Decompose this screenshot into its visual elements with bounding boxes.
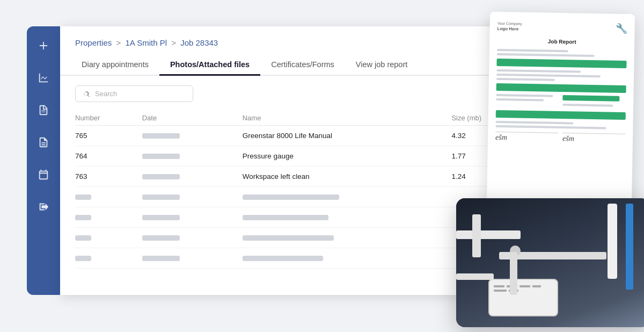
- document-icon[interactable]: [34, 133, 53, 152]
- add-button[interactable]: [34, 36, 53, 55]
- report-green-bar-3: [496, 110, 626, 120]
- pipe-5: [510, 252, 517, 295]
- report-section-3: [496, 94, 626, 109]
- company-logo-area: Your Company Logo Here: [497, 20, 522, 32]
- signature-1: ešm: [495, 132, 558, 143]
- pipe-blue: [626, 204, 633, 290]
- breadcrumb-sep2: >: [171, 38, 176, 47]
- pipe-1: [456, 230, 521, 239]
- report-green-bar-2: [496, 83, 626, 93]
- calendar-icon[interactable]: [34, 165, 53, 184]
- cell-number: 763: [75, 167, 142, 187]
- cell-number: 764: [75, 146, 142, 167]
- tab-photos[interactable]: Photos/Attached files: [159, 55, 260, 76]
- job-report-card: Your Company Logo Here 🔧 Job Report: [487, 12, 635, 208]
- cell-number: 765: [75, 126, 142, 146]
- signature-area: ešm ešm: [495, 132, 625, 144]
- col-header-name: Name: [243, 111, 452, 126]
- pipe-2: [472, 214, 481, 257]
- pump-device: [488, 279, 558, 316]
- pipe-6: [456, 273, 494, 280]
- pipe-3: [608, 204, 617, 279]
- wrench-icon: 🔧: [615, 23, 627, 34]
- breadcrumb-sep1: >: [116, 38, 121, 47]
- invoice-icon[interactable]: [34, 100, 53, 120]
- tab-diary[interactable]: Diary appointments: [71, 55, 159, 76]
- report-section-2: [496, 69, 626, 82]
- signature-2: ešm: [562, 133, 625, 144]
- report-two-col-1: [496, 94, 626, 109]
- report-green-bar-1: [496, 59, 626, 68]
- breadcrumb-properties[interactable]: Properties: [75, 38, 112, 47]
- tab-certs[interactable]: Certificates/Forms: [260, 55, 345, 76]
- tab-report[interactable]: View job report: [345, 55, 418, 76]
- col-header-date: Date: [142, 111, 243, 126]
- report-title: Job Report: [497, 38, 627, 46]
- report-card-header: Your Company Logo Here 🔧: [497, 20, 627, 34]
- chart-icon[interactable]: [34, 68, 53, 88]
- cell-name: Greenstar 8000 Life Manual: [243, 126, 452, 146]
- search-placeholder: Search: [95, 90, 117, 98]
- sidebar: [27, 26, 60, 295]
- search-icon: [83, 90, 91, 98]
- breadcrumb-property[interactable]: 1A Smith Pl: [125, 38, 167, 47]
- photo-background: [456, 198, 644, 327]
- company-line2: Logo Here: [497, 26, 522, 32]
- cell-date: [142, 126, 243, 146]
- cell-date: [142, 167, 243, 187]
- search-bar[interactable]: Search: [75, 85, 193, 102]
- col-header-number: Number: [75, 111, 142, 126]
- photo-overlay: [456, 198, 644, 327]
- report-section-1: [497, 49, 627, 57]
- cell-name: Pressure gauge: [243, 146, 452, 167]
- breadcrumb-job: Job 28343: [180, 38, 218, 47]
- cell-date: [142, 146, 243, 167]
- export-icon[interactable]: [34, 197, 53, 216]
- report-section-4: [495, 121, 625, 129]
- cell-name: Workspace left clean: [243, 167, 452, 187]
